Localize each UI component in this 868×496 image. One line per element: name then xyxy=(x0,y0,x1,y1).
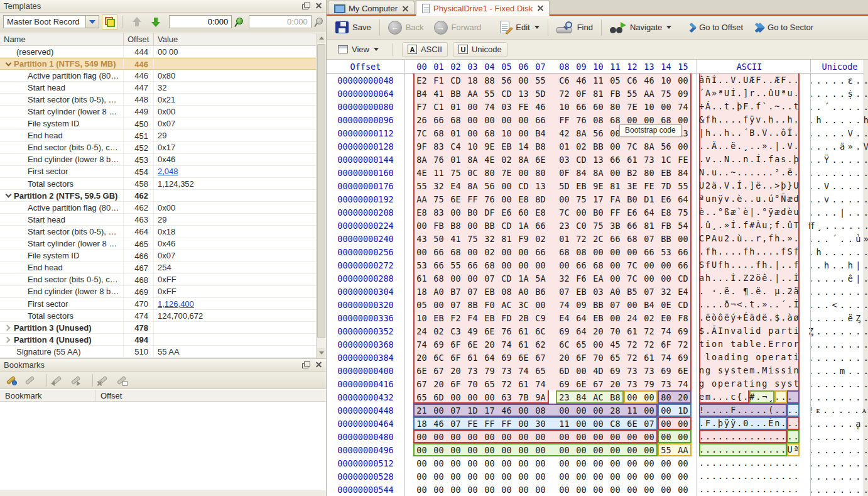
hex-ascii[interactable]: ng system.Missin xyxy=(699,364,800,377)
hex-byte[interactable]: 00 xyxy=(447,432,464,442)
template-row[interactable]: Active partition flag (80 = ...4620x00 xyxy=(0,202,316,214)
hex-byte[interactable]: B8 xyxy=(532,141,549,152)
hex-byte[interactable]: 00 xyxy=(532,458,549,468)
hex-byte[interactable]: 00 xyxy=(590,458,607,468)
hex-byte[interactable]: 80 xyxy=(532,168,549,178)
sector-link[interactable]: 1,126,400 xyxy=(158,299,194,309)
hex-byte[interactable]: 65 xyxy=(413,392,430,402)
hex-byte[interactable]: 07 xyxy=(641,419,658,429)
hex-byte[interactable]: C0 xyxy=(573,221,590,231)
hex-byte[interactable]: 00 xyxy=(447,207,464,218)
hex-byte[interactable]: F7 xyxy=(413,102,430,112)
hex-byte[interactable]: 00 xyxy=(658,419,675,429)
hex-ascii[interactable]: ªunÿv.è..u.ú°Ñæd xyxy=(699,192,800,206)
hex-byte[interactable]: 41 xyxy=(447,234,464,244)
hex-byte[interactable]: 20 xyxy=(430,379,447,389)
hex-ascii[interactable]: em...c{.#.¬¸... xyxy=(699,390,800,404)
hex-byte[interactable]: FE xyxy=(464,419,481,429)
hex-byte[interactable]: 00 xyxy=(607,313,624,323)
hex-byte[interactable]: 75 xyxy=(447,168,464,178)
hex-byte[interactable]: FE xyxy=(641,181,658,191)
add-bookmark-icon[interactable] xyxy=(5,375,18,386)
hex-byte[interactable]: 61 xyxy=(464,353,481,363)
hex-byte[interactable]: 68 xyxy=(556,247,573,257)
expander-open-icon[interactable] xyxy=(3,194,14,197)
hex-byte[interactable]: 00 xyxy=(641,471,658,482)
hex-byte[interactable]: 20 xyxy=(556,353,573,363)
hex-byte[interactable]: FA xyxy=(607,194,624,204)
hex-byte[interactable]: 07 xyxy=(641,234,658,244)
hex-byte[interactable]: C9 xyxy=(532,313,549,323)
template-row[interactable]: End sector (bits 0-5), cylin...4680xFF xyxy=(0,274,316,286)
hex-byte[interactable]: 7C xyxy=(624,273,641,284)
hex-byte[interactable]: 00 xyxy=(515,168,532,178)
hex-byte[interactable]: C3 xyxy=(447,326,464,336)
hex-byte[interactable]: 80 xyxy=(658,392,675,402)
hex-byte[interactable]: 62 xyxy=(532,339,549,350)
hex-byte[interactable]: 6E xyxy=(624,419,641,429)
hex-byte[interactable]: 7E xyxy=(498,168,515,178)
hex-byte[interactable]: 66 xyxy=(573,260,590,270)
hex-byte[interactable]: 00 xyxy=(515,128,532,138)
hex-byte[interactable]: 66 xyxy=(464,260,481,270)
hex-byte[interactable]: 0F xyxy=(556,168,573,178)
hex-ascii[interactable]: ....ð¬<.t.»..´.Í xyxy=(699,298,800,311)
hex-byte[interactable]: 68 xyxy=(590,260,607,270)
hex-byte[interactable]: D1 xyxy=(641,194,658,204)
hex-byte[interactable]: 74 xyxy=(515,366,532,376)
hex-byte[interactable]: 5D xyxy=(556,181,573,191)
hex-byte[interactable]: 00 xyxy=(481,115,498,125)
hex-byte[interactable]: 6C xyxy=(532,326,549,336)
hex-ascii[interactable]: U2ä.V.Í.]ë..>þ}U xyxy=(699,179,800,192)
hex-byte[interactable]: 00 xyxy=(624,485,641,495)
hex-byte[interactable]: 00 xyxy=(498,115,515,125)
hex-byte[interactable]: 69 xyxy=(498,353,515,363)
scrollbar-thumb[interactable] xyxy=(317,44,325,338)
hex-byte[interactable]: 74 xyxy=(675,102,692,112)
hex-byte[interactable]: 00 xyxy=(498,181,515,191)
hex-byte[interactable]: 67 xyxy=(413,379,430,389)
hex-unicode[interactable]: ....m... xyxy=(808,366,868,376)
hex-byte[interactable]: 00 xyxy=(498,432,515,442)
hex-byte[interactable]: FE xyxy=(515,102,532,112)
hex-ascii[interactable]: CPAu2.ù..r,fh.». xyxy=(699,232,800,245)
hex-byte[interactable]: A0 xyxy=(515,287,532,297)
pin-gray-icon[interactable] xyxy=(315,17,323,27)
hex-byte[interactable]: 74 xyxy=(498,339,515,350)
hex-byte[interactable]: 6E xyxy=(464,339,481,350)
hex-byte[interactable]: 00 xyxy=(556,405,573,416)
hex-byte[interactable]: 00 xyxy=(641,445,658,455)
hex-byte[interactable]: 50 xyxy=(430,234,447,244)
next-item-button[interactable] xyxy=(148,14,164,30)
hex-byte[interactable]: 20 xyxy=(607,379,624,389)
hex-byte[interactable]: 72 xyxy=(675,339,692,350)
hex-byte[interactable]: 6E xyxy=(413,366,430,376)
hex-byte[interactable]: 61 xyxy=(624,155,641,165)
highlight-template-button[interactable] xyxy=(102,14,118,30)
hex-byte[interactable]: 00 xyxy=(607,260,624,270)
hex-unicode[interactable]: !ᴇ.....ᴀ xyxy=(808,405,868,416)
hex-byte[interactable]: 69 xyxy=(556,379,573,389)
hex-byte[interactable]: 72 xyxy=(624,339,641,350)
hex-byte[interactable]: 00 xyxy=(658,273,675,284)
hex-byte[interactable]: 00 xyxy=(515,485,532,495)
template-row[interactable]: Total sectors474124,700,672 xyxy=(0,310,316,322)
hex-ascii[interactable]: ................ xyxy=(699,483,800,496)
hex-byte[interactable]: 00 xyxy=(447,458,464,468)
hex-byte[interactable]: 7C xyxy=(413,128,430,138)
hex-byte[interactable]: 76 xyxy=(430,155,447,165)
hex-byte[interactable]: CD xyxy=(498,89,515,99)
hex-byte[interactable]: 55 xyxy=(413,181,430,191)
hex-byte[interactable]: 00 xyxy=(573,405,590,416)
hex-ascii[interactable]: g operating syst xyxy=(699,377,800,390)
hex-byte[interactable]: 69 xyxy=(675,326,692,336)
hex-byte[interactable]: 84 xyxy=(675,168,692,178)
hex-byte[interactable]: 7D xyxy=(658,181,675,191)
hex-byte[interactable]: EB xyxy=(430,313,447,323)
hex-ascii[interactable]: .û¸.»Í.f#Àu;f.ûT xyxy=(699,219,800,232)
hex-byte[interactable]: 00 xyxy=(607,432,624,442)
save-button[interactable]: Save xyxy=(330,18,376,37)
hex-byte[interactable]: 00 xyxy=(607,247,624,257)
hex-byte[interactable]: 00 xyxy=(641,115,658,125)
template-row[interactable]: First sector4701,126,400 xyxy=(0,298,316,310)
